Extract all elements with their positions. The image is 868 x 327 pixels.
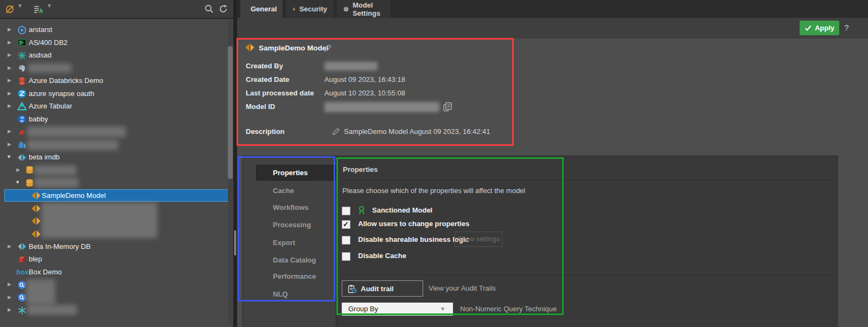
chevron-down-icon[interactable]: ▼ — [7, 151, 11, 164]
apply-button[interactable]: Apply — [800, 21, 839, 35]
tree-item[interactable]: ▶ Beta In-Memory DB — [0, 240, 233, 253]
tab-label: Security — [299, 5, 327, 13]
tab-general[interactable]: General — [240, 0, 283, 18]
sidebar: ▼ A ▼ ▶ arstarst ▶ AS/400 DB2 ▶ asdsad ▶ — [0, 0, 233, 327]
chevron-right-icon[interactable]: ▶ — [8, 74, 11, 87]
tree-item[interactable]: ▶ Azure Tabular — [0, 100, 233, 113]
field-label: Created By — [246, 62, 283, 70]
lock-icon — [292, 5, 296, 13]
model-title: SampleDemo Model — [259, 44, 328, 52]
tree-item-redacted[interactable]: ▶ — [0, 62, 233, 75]
chevron-right-icon[interactable]: ▶ — [8, 138, 11, 151]
checkbox-sanctioned-model[interactable] — [342, 207, 350, 215]
checkbox-allow-users[interactable] — [342, 220, 350, 229]
checkbox-disable-cache[interactable] — [342, 252, 350, 261]
bird-icon — [17, 127, 27, 137]
tree-item[interactable]: ▶ asdsad — [0, 49, 233, 62]
option-label: Disable shareable business logic — [358, 235, 469, 244]
chevron-right-icon[interactable]: ▶ — [8, 87, 11, 100]
nav-item-cache[interactable]: Cache — [273, 187, 294, 195]
tree-item[interactable]: ▶ arstarst — [0, 23, 233, 36]
sort-alpha-icon[interactable]: A — [34, 5, 43, 14]
field-label: Model ID — [246, 102, 275, 111]
tree-item[interactable]: box Box Demo — [0, 266, 233, 279]
refresh-icon[interactable] — [219, 4, 228, 14]
nav-item-processing[interactable]: Processing — [273, 221, 311, 229]
audit-trail-button[interactable]: Audit trail — [342, 280, 423, 297]
show-settings-button[interactable]: Show settings — [455, 232, 502, 247]
diamond-orange-icon — [245, 43, 254, 52]
databricks-icon — [17, 76, 27, 86]
chevron-right-icon[interactable]: ▶ — [8, 125, 11, 138]
tree-item[interactable]: blep — [0, 253, 233, 266]
database-icon — [25, 165, 34, 175]
help-button[interactable]: ? — [844, 23, 849, 32]
chevron-right-icon[interactable]: ▶ — [8, 49, 11, 62]
tabular-icon — [17, 102, 27, 111]
hex-binary-icon: 1001 — [17, 114, 27, 124]
chevron-right-icon[interactable]: ▶ — [8, 23, 11, 36]
edit-pencil-icon[interactable] — [332, 127, 340, 136]
connection-filter-icon[interactable] — [5, 4, 15, 14]
tree-item[interactable]: 1001 babby — [0, 113, 233, 126]
caret-down-icon[interactable]: ▼ — [47, 3, 52, 9]
cube-red-icon — [17, 255, 27, 264]
sidebar-toolbar: ▼ A ▼ — [0, 0, 233, 19]
tree-item-selected[interactable]: SampleDemo Model — [0, 189, 233, 202]
nav-item-properties[interactable]: Properties — [273, 169, 308, 177]
checkbox-disable-business-logic[interactable] — [342, 236, 350, 245]
tree-item-redacted[interactable]: ▶ — [0, 138, 233, 151]
chevron-down-icon[interactable]: ▼ — [15, 176, 20, 189]
diamond-orange-icon — [31, 204, 41, 213]
gear-icon — [343, 5, 349, 14]
caret-down-icon: ▼ — [440, 303, 445, 316]
edit-pencil-icon[interactable] — [324, 44, 332, 52]
chevron-right-icon[interactable]: ▶ — [8, 278, 11, 291]
field-value: August 10 2023, 10:55:08 — [324, 89, 405, 98]
postgres-icon — [17, 63, 27, 73]
nav-item-workflows[interactable]: Workflows — [273, 203, 309, 212]
splitter-grip-icon[interactable] — [234, 230, 236, 255]
database-icon — [25, 178, 34, 188]
chevron-right-icon[interactable]: ▶ — [16, 164, 20, 177]
redacted-label — [27, 126, 126, 137]
divider — [342, 179, 834, 180]
redacted-block — [27, 305, 77, 315]
audit-clipboard-clock-icon — [348, 284, 356, 293]
chevron-right-icon[interactable]: ▶ — [8, 36, 11, 49]
search-icon[interactable] — [205, 4, 214, 14]
chevron-right-icon[interactable]: ▶ — [8, 100, 11, 113]
tree-item[interactable]: ▶ Azure Databricks Demo — [0, 74, 233, 87]
tree-item-redacted[interactable]: ▶ — [0, 125, 233, 138]
audit-trail-label: Audit trail — [361, 285, 394, 293]
tree-item[interactable]: ▶ AS/400 DB2 — [0, 36, 233, 49]
tree-item-redacted[interactable]: ▶ — [0, 164, 233, 177]
tree-item[interactable]: ▼ beta imdb — [0, 151, 233, 164]
caret-down-icon[interactable]: ▼ — [17, 3, 23, 9]
chevron-right-icon[interactable]: ▶ — [8, 240, 11, 253]
nav-item-nlq[interactable]: NLQ — [273, 290, 288, 299]
sidebar-scrollbar-thumb[interactable] — [228, 46, 233, 179]
diamond-orange-icon — [31, 229, 41, 239]
nav-item-data-catalog[interactable]: Data Catalog — [273, 256, 316, 265]
tab-security[interactable]: Security — [286, 0, 334, 18]
nav-item-export[interactable]: Export — [273, 239, 295, 247]
tree-item-redacted[interactable]: ▼ — [0, 176, 233, 189]
terminal-icon — [17, 38, 27, 47]
nav-item-performance[interactable]: Performance — [273, 272, 316, 281]
chevron-right-icon[interactable]: ▶ — [8, 304, 11, 317]
redacted-label — [27, 140, 118, 150]
field-label: Description — [246, 127, 285, 136]
tab-model-settings[interactable]: Model Settings — [337, 0, 390, 18]
pinwheel-icon — [17, 51, 27, 60]
target-icon — [17, 25, 27, 35]
diamond-cyan-icon — [17, 242, 27, 251]
chevron-right-icon[interactable]: ▶ — [8, 291, 11, 304]
bars-icon — [17, 140, 27, 149]
chevron-right-icon[interactable]: ▶ — [8, 62, 11, 75]
panel-splitter[interactable] — [233, 0, 237, 327]
query-technique-dropdown[interactable]: Group By ▼ — [342, 303, 453, 316]
tree-item[interactable]: ▶ azure synapse oauth — [0, 87, 233, 100]
copy-icon[interactable] — [443, 102, 452, 112]
apply-label: Apply — [815, 24, 834, 32]
